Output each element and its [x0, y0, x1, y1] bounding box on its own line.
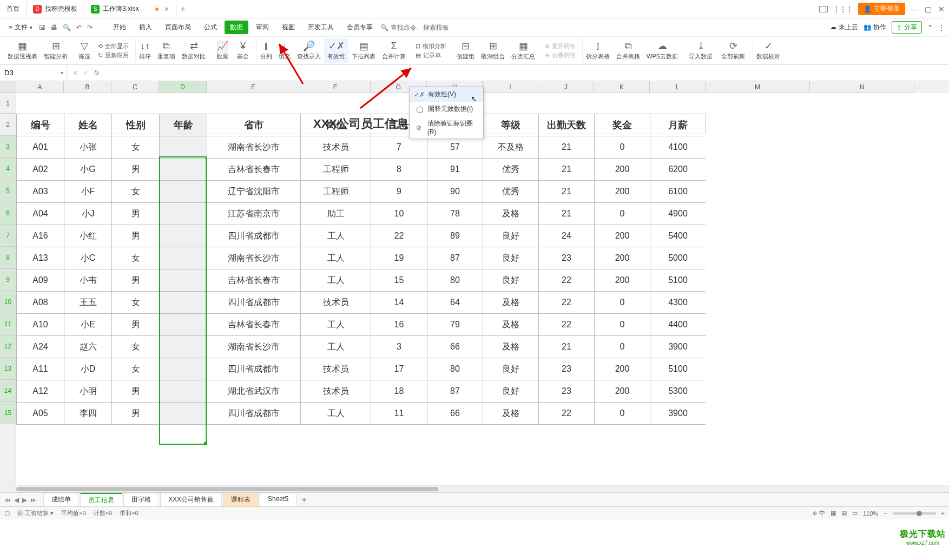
cell[interactable]: A10	[17, 314, 64, 336]
command-search[interactable]: 🔍	[380, 24, 466, 31]
col-header-J[interactable]: J	[538, 81, 594, 93]
zoom-level[interactable]: 110%	[863, 510, 878, 517]
cell[interactable]: 4400	[650, 314, 706, 336]
cell[interactable]: 男	[112, 380, 160, 403]
col-header-B[interactable]: B	[64, 81, 111, 93]
cell[interactable]: 四川省成都市	[207, 403, 301, 425]
ime-icon[interactable]: ⊕ 中	[813, 509, 825, 517]
cell[interactable]: 工人	[301, 314, 371, 336]
cell[interactable]: 吉林省长春市	[207, 314, 301, 336]
search-input[interactable]	[391, 24, 466, 31]
cell[interactable]: A08	[17, 292, 64, 314]
grid[interactable]: XXX公司员工信息 编号姓名性别年龄省市岗位工号考核成绩等级出勤天数奖金月薪A0…	[16, 114, 949, 425]
menu-formula[interactable]: 公式	[199, 21, 222, 34]
tab-template[interactable]: D 找稻壳模板	[27, 1, 84, 18]
sheet-tab[interactable]: 成绩单	[43, 493, 79, 506]
sheet-next-icon[interactable]: ▶	[22, 496, 27, 504]
cell[interactable]: 7	[371, 136, 427, 159]
coop-button[interactable]: 👥 协作	[864, 23, 886, 32]
dropdown-list-button[interactable]: ▤下拉列表	[348, 38, 379, 63]
group-button[interactable]: ⊟创建组	[453, 38, 478, 63]
validity-button[interactable]: ✓✗有效性	[324, 38, 348, 63]
tab-home[interactable]: 首页	[0, 1, 27, 18]
row-header-12[interactable]: 12	[0, 335, 16, 358]
cell[interactable]: 女	[112, 336, 160, 358]
add-sheet-button[interactable]: +	[298, 495, 311, 505]
cell[interactable]	[160, 269, 207, 292]
cell[interactable]: 及格	[483, 314, 539, 336]
record-form-button[interactable]: ▤记录单	[413, 51, 449, 60]
cell[interactable]: 19	[371, 247, 427, 269]
cell[interactable]: 21	[539, 336, 595, 358]
cell[interactable]: 5300	[650, 380, 706, 403]
cell[interactable]: 助工	[301, 203, 371, 225]
row-header-3[interactable]: 3	[0, 136, 16, 158]
cell[interactable]: 6100	[650, 181, 706, 203]
cell[interactable]: 良好	[483, 247, 539, 269]
cell[interactable]: 22	[539, 403, 595, 425]
cell[interactable]: 江苏省南京市	[207, 203, 301, 225]
view-normal-icon[interactable]: ▦	[831, 510, 836, 517]
cell[interactable]: 小红	[64, 225, 112, 247]
row-header-2[interactable]: 2	[0, 114, 16, 136]
cell[interactable]: 湖南省长沙市	[207, 247, 301, 269]
col-header-E[interactable]: E	[207, 81, 300, 93]
col-header-C[interactable]: C	[111, 81, 159, 93]
cell[interactable]: 小D	[64, 358, 112, 380]
cell[interactable]: 技术员	[301, 358, 371, 380]
cell[interactable]: 200	[595, 358, 650, 380]
cell[interactable]: 及格	[483, 292, 539, 314]
cell[interactable]: 17	[371, 358, 427, 380]
cell[interactable]: 良好	[483, 225, 539, 247]
menu-review[interactable]: 审阅	[251, 21, 274, 34]
cell[interactable]: 6200	[650, 159, 706, 181]
cell[interactable]: 3900	[650, 336, 706, 358]
login-button[interactable]: 👤 立即登录	[858, 3, 905, 15]
cell[interactable]: 3900	[650, 403, 706, 425]
import-data-button[interactable]: ⤓导入数据	[686, 39, 716, 62]
cell[interactable]	[160, 380, 207, 403]
row-header-13[interactable]: 13	[0, 358, 16, 380]
cell[interactable]: 小E	[64, 314, 112, 336]
cell[interactable]: A03	[17, 181, 64, 203]
cell[interactable]: 21	[539, 159, 595, 181]
cell[interactable]: 及格	[483, 336, 539, 358]
scrollbar-thumb[interactable]	[16, 487, 438, 491]
cell[interactable]	[160, 314, 207, 336]
cell[interactable]: 辽宁省沈阳市	[207, 181, 301, 203]
cell[interactable]: A02	[17, 159, 64, 181]
sheet-prev-icon[interactable]: ◀	[14, 496, 19, 504]
row-header-6[interactable]: 6	[0, 202, 16, 225]
cell[interactable]: 男	[112, 314, 160, 336]
cell[interactable]	[160, 136, 207, 159]
menu-page-layout[interactable]: 页面布局	[160, 21, 196, 34]
cell[interactable]: 78	[427, 203, 483, 225]
sheet-first-icon[interactable]: ⏮	[4, 496, 11, 504]
cell[interactable]: 优秀	[483, 159, 539, 181]
cell[interactable]: 0	[595, 403, 650, 425]
col-header-M[interactable]: M	[706, 81, 810, 93]
cell[interactable]: 湖北省武汉市	[207, 380, 301, 403]
cell[interactable]: 0	[595, 136, 650, 159]
cell[interactable]: 79	[427, 314, 483, 336]
cell[interactable]: 200	[595, 247, 650, 269]
cell[interactable]: A24	[17, 336, 64, 358]
cell[interactable]: 工人	[301, 269, 371, 292]
cell[interactable]: 66	[427, 336, 483, 358]
undo-icon[interactable]: ↶	[76, 24, 82, 31]
select-all-corner[interactable]	[0, 81, 16, 93]
cell[interactable]: A11	[17, 358, 64, 380]
print-icon[interactable]: 🖶	[51, 24, 57, 31]
dd-validity[interactable]: ✓✗ 有效性(V)	[410, 87, 483, 102]
window-minimize-icon[interactable]: —	[911, 5, 918, 14]
menu-member[interactable]: 会员专享	[341, 21, 378, 34]
apps-icon[interactable]: ⋮⋮⋮	[833, 5, 853, 13]
cell[interactable]: 91	[427, 159, 483, 181]
cell[interactable]: 15	[371, 269, 427, 292]
what-if-button[interactable]: ⊡模拟分析	[413, 42, 449, 51]
preview-icon[interactable]: 🔍	[63, 24, 71, 31]
cell[interactable]: 女	[112, 358, 160, 380]
close-tab-icon[interactable]: ✕	[164, 5, 169, 13]
cell[interactable]: 0	[595, 292, 650, 314]
cell[interactable]: 22	[539, 314, 595, 336]
